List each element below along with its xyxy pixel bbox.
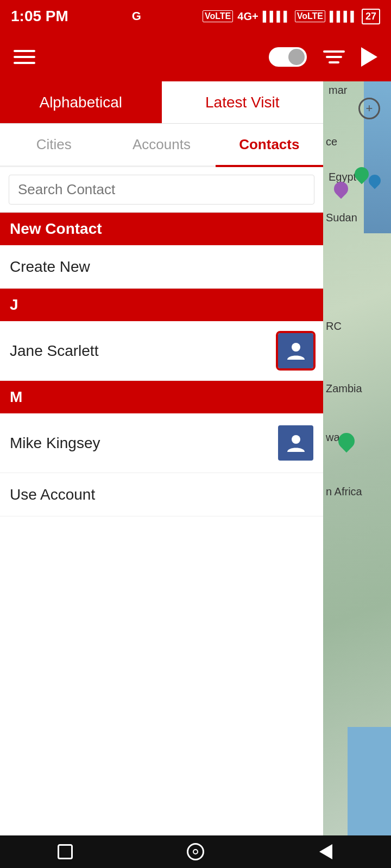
- left-panel: Alphabetical Latest Visit Cities Account…: [0, 81, 323, 835]
- hamburger-menu-button[interactable]: [14, 50, 35, 64]
- signal-icon: ▌▌▌▌: [263, 11, 291, 22]
- map-pin-purple: [334, 182, 348, 196]
- play-button[interactable]: [361, 47, 377, 67]
- nav-bar: [0, 835, 391, 868]
- map-label-africa: n Africa: [326, 486, 362, 498]
- carrier-label: G: [132, 9, 141, 23]
- signal-icon2: ▌▌▌▌: [330, 11, 357, 22]
- map-panel: mar ce Egypt Sudan RC Zambia wa n Africa: [323, 81, 391, 835]
- tab-alphabetical[interactable]: Alphabetical: [0, 81, 162, 123]
- section-header-j: J: [0, 289, 323, 321]
- toolbar: [0, 33, 391, 81]
- square-icon: [58, 844, 73, 859]
- map-label-sudan: Sudan: [326, 212, 357, 224]
- battery-indicator: 27: [362, 9, 380, 24]
- section-header-new-contact: New Contact: [0, 213, 323, 245]
- tab-accounts[interactable]: Accounts: [108, 124, 215, 165]
- section-header-m: M: [0, 381, 323, 413]
- filter-button[interactable]: [323, 50, 345, 63]
- map-pin-green: [355, 167, 369, 181]
- circle-icon: [187, 843, 204, 860]
- nav-home-circle-button[interactable]: [182, 838, 209, 865]
- contact-folder-icon-jane[interactable]: [278, 333, 313, 368]
- list-item[interactable]: Jane Scarlett: [0, 321, 323, 381]
- person-icon: [285, 432, 307, 454]
- svg-point-0: [292, 343, 300, 352]
- circle-inner-icon: [193, 849, 198, 854]
- map-water2: [348, 727, 391, 835]
- nav-home-button[interactable]: [52, 838, 79, 865]
- map-label-zambia: Zambia: [326, 382, 362, 395]
- tab-latest-visit[interactable]: Latest Visit: [162, 81, 324, 123]
- volte-icon2: VoLTE: [295, 10, 325, 22]
- category-tabs: Cities Accounts Contacts: [0, 124, 323, 167]
- map-pin-green-bottom: [338, 433, 355, 449]
- list-item[interactable]: Create New: [0, 245, 323, 289]
- tab-contacts[interactable]: Contacts: [216, 124, 323, 165]
- nav-back-button[interactable]: [312, 838, 339, 865]
- status-bar: 1:05 PM G VoLTE 4G+ ▌▌▌▌ VoLTE ▌▌▌▌ 27: [0, 0, 391, 33]
- map-pin-blue: [369, 175, 381, 187]
- status-time: 1:05 PM: [11, 8, 68, 25]
- location-target-icon[interactable]: [358, 98, 380, 119]
- svg-point-1: [292, 435, 300, 444]
- sort-tabs: Alphabetical Latest Visit: [0, 81, 323, 124]
- status-icons: VoLTE 4G+ ▌▌▌▌ VoLTE ▌▌▌▌ 27: [203, 9, 380, 24]
- network-type: 4G+: [237, 10, 258, 23]
- search-bar: [0, 167, 323, 213]
- contact-list: New Contact Create New J Jane Scarlett: [0, 213, 323, 835]
- contact-folder-icon-mike[interactable]: [278, 425, 313, 461]
- map-label-mar: mar: [329, 84, 347, 97]
- volte-icon: VoLTE: [203, 10, 233, 22]
- map-label-rc: RC: [326, 320, 342, 333]
- toggle-button[interactable]: [269, 47, 307, 67]
- list-item[interactable]: Mike Kingsey: [0, 413, 323, 473]
- list-item[interactable]: Use Account: [0, 473, 323, 516]
- main-content: Alphabetical Latest Visit Cities Account…: [0, 81, 391, 835]
- toolbar-right: [269, 47, 377, 67]
- person-icon: [285, 340, 307, 362]
- map-background: mar ce Egypt Sudan RC Zambia wa n Africa: [323, 81, 391, 835]
- search-input[interactable]: [9, 175, 314, 205]
- tab-cities[interactable]: Cities: [0, 124, 108, 165]
- map-label-ce: ce: [326, 136, 337, 148]
- back-arrow-icon: [319, 844, 332, 859]
